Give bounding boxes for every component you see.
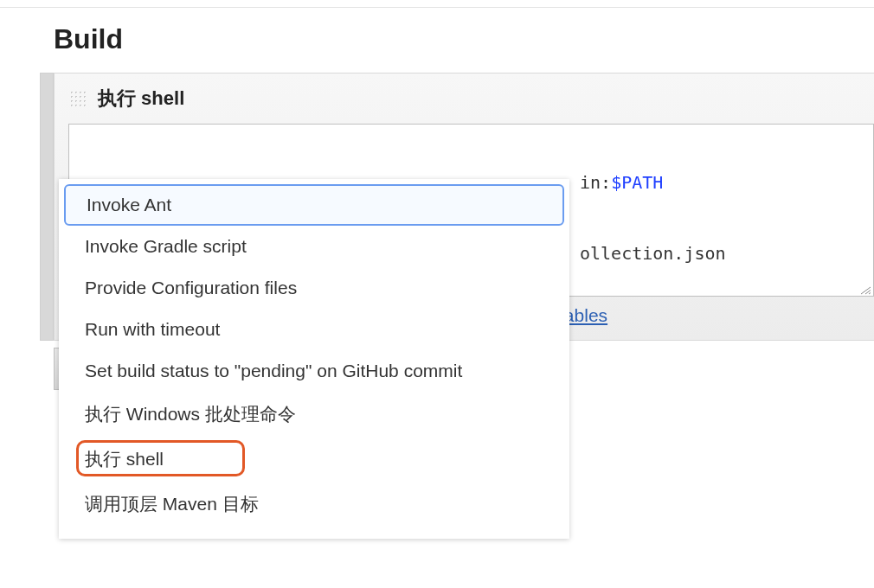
menu-item-label: Set build status to "pending" on GitHub … bbox=[85, 361, 462, 380]
menu-item-run-with-timeout[interactable]: Run with timeout bbox=[59, 309, 569, 350]
menu-item-label: Provide Configuration files bbox=[85, 278, 297, 297]
menu-item-windows-batch[interactable]: 执行 Windows 批处理命令 bbox=[59, 392, 569, 437]
menu-item-provide-config-files[interactable]: Provide Configuration files bbox=[59, 267, 569, 309]
section-heading: Build bbox=[0, 8, 874, 73]
menu-item-maven-top-level[interactable]: 调用顶层 Maven 目标 bbox=[59, 482, 569, 527]
menu-item-label: 执行 Windows 批处理命令 bbox=[85, 404, 296, 424]
menu-item-invoke-ant[interactable]: Invoke Ant bbox=[64, 184, 564, 226]
build-step-header[interactable]: 执行 shell bbox=[55, 74, 874, 124]
svg-line-2 bbox=[869, 293, 871, 295]
menu-item-label: 调用顶层 Maven 目标 bbox=[85, 494, 259, 514]
script-text: in: bbox=[580, 172, 611, 193]
script-text: ollection.json bbox=[580, 243, 726, 264]
svg-line-0 bbox=[861, 287, 871, 294]
menu-item-execute-shell[interactable]: 执行 shell bbox=[59, 437, 569, 482]
menu-item-set-github-pending[interactable]: Set build status to "pending" on GitHub … bbox=[59, 350, 569, 392]
build-step-title: 执行 shell bbox=[98, 86, 184, 112]
resize-handle-icon[interactable] bbox=[859, 286, 871, 295]
add-build-step-menu: Invoke Ant Invoke Gradle script Provide … bbox=[59, 179, 569, 539]
section-left-bar bbox=[40, 73, 54, 341]
menu-item-invoke-gradle[interactable]: Invoke Gradle script bbox=[59, 226, 569, 267]
menu-item-label: Run with timeout bbox=[85, 319, 220, 339]
menu-item-label: Invoke Gradle script bbox=[85, 236, 247, 256]
menu-item-label: Invoke Ant bbox=[87, 195, 171, 214]
drag-handle-icon[interactable] bbox=[68, 89, 87, 108]
menu-item-label: 执行 shell bbox=[85, 449, 164, 469]
script-env-var: $PATH bbox=[611, 172, 663, 193]
